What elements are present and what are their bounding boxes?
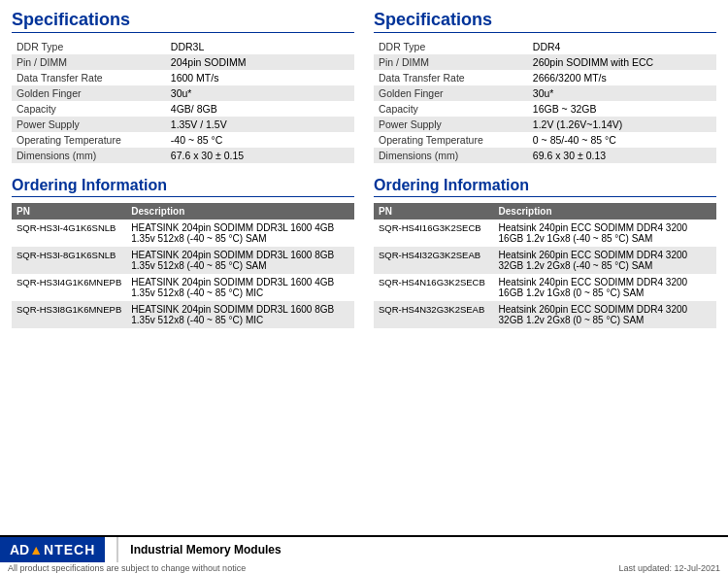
order-cell: SQR-HS4I16G3K2SECB <box>374 219 494 247</box>
order-cell: SQR-HS3I4G1K6MNEPB <box>12 274 126 301</box>
spec-cell: Power Supply <box>374 117 528 132</box>
spec-cell: 30u* <box>166 85 354 101</box>
spec-cell: Pin / DIMM <box>374 54 528 70</box>
spec-cell: 0 ~ 85/-40 ~ 85 °C <box>528 132 716 148</box>
order-header-cell: Description <box>126 203 354 219</box>
spec-cell: -40 ~ 85 °C <box>166 132 354 148</box>
left-spec-row: Power Supply1.35V / 1.5V <box>12 117 354 132</box>
left-spec-row: Golden Finger30u* <box>12 85 354 101</box>
left-order-table: PNDescription SQR-HS3I-4G1K6SNLBHEATSINK… <box>12 203 354 328</box>
left-spec-table: DDR TypeDDR3LPin / DIMM204pin SODIMMData… <box>12 39 354 163</box>
spec-cell: Capacity <box>12 101 166 117</box>
order-cell: HEATSINK 204pin SODIMM DDR3L 1600 8GB 1.… <box>126 247 354 274</box>
left-spec-row: Capacity4GB/ 8GB <box>12 101 354 117</box>
brand-vant: ▲ <box>29 542 44 557</box>
order-cell: HEATSINK 204pin SODIMM DDR3L 1600 4GB 1.… <box>126 274 354 301</box>
left-spec-title: Specifications <box>12 10 354 33</box>
order-cell: SQR-HS3I8G1K6MNEPB <box>12 301 126 328</box>
left-order-row: SQR-HS3I8G1K6MNEPBHEATSINK 204pin SODIMM… <box>12 301 354 328</box>
order-cell: HEATSINK 204pin SODIMM DDR3L 1600 8GB 1.… <box>126 301 354 328</box>
right-spec-table: DDR TypeDDR4Pin / DIMM260pin SODIMM with… <box>374 39 716 163</box>
right-spec-title: Specifications <box>374 10 716 33</box>
spec-cell: 1.2V (1.26V~1.14V) <box>528 117 716 132</box>
order-cell: SQR-HS4I32G3K2SEAB <box>374 247 494 274</box>
left-order-row: SQR-HS3I-4G1K6SNLBHEATSINK 204pin SODIMM… <box>12 219 354 247</box>
footer-note-left: All product specifications are subject t… <box>8 563 246 573</box>
spec-cell: 1.35V / 1.5V <box>166 117 354 132</box>
spec-cell: Capacity <box>374 101 528 117</box>
right-spec-row: Dimensions (mm)69.6 x 30 ± 0.13 <box>374 148 716 163</box>
right-order-row: SQR-HS4I16G3K2SECBHeatsink 240pin ECC SO… <box>374 219 716 247</box>
right-order-row: SQR-HS4N16G3K2SECBHeatsink 240pin ECC SO… <box>374 274 716 301</box>
order-cell: SQR-HS3I-8G1K6SNLB <box>12 247 126 274</box>
spec-cell: 1600 MT/s <box>166 70 354 85</box>
left-order-header-row: PNDescription <box>12 203 354 219</box>
footer: AD▲NTECH Industrial Memory Modules All p… <box>0 535 728 574</box>
order-cell: SQR-HS3I-4G1K6SNLB <box>12 219 126 247</box>
spec-cell: Operating Temperature <box>12 132 166 148</box>
left-spec-row: Dimensions (mm)67.6 x 30 ± 0.15 <box>12 148 354 163</box>
order-cell: SQR-HS4N32G3K2SEAB <box>374 301 494 328</box>
right-spec-row: DDR TypeDDR4 <box>374 39 716 54</box>
left-order-title: Ordering Information <box>12 177 354 197</box>
right-spec-row: Golden Finger30u* <box>374 85 716 101</box>
right-column: Specifications DDR TypeDDR4Pin / DIMM260… <box>374 10 716 328</box>
right-spec-row: Data Transfer Rate2666/3200 MT/s <box>374 70 716 85</box>
spec-cell: Data Transfer Rate <box>12 70 166 85</box>
footer-brand: AD▲NTECH <box>0 537 105 562</box>
spec-cell: Dimensions (mm) <box>374 148 528 163</box>
spec-cell: 2666/3200 MT/s <box>528 70 716 85</box>
spec-cell: DDR4 <box>528 39 716 54</box>
order-cell: SQR-HS4N16G3K2SECB <box>374 274 494 301</box>
right-order-header-row: PNDescription <box>374 203 716 219</box>
spec-cell: 204pin SODIMM <box>166 54 354 70</box>
order-cell: Heatsink 240pin ECC SODIMM DDR4 3200 16G… <box>494 219 716 247</box>
brand-advan: AD <box>10 542 29 557</box>
main-content: Specifications DDR TypeDDR3LPin / DIMM20… <box>0 0 728 387</box>
order-cell: Heatsink 260pin ECC SODIMM DDR4 3200 32G… <box>494 301 716 328</box>
footer-product: Industrial Memory Modules <box>130 543 728 557</box>
footer-top-bar: AD▲NTECH Industrial Memory Modules <box>0 535 728 562</box>
order-header-cell: Description <box>494 203 716 219</box>
order-header-cell: PN <box>374 203 494 219</box>
spec-cell: DDR3L <box>166 39 354 54</box>
footer-bottom-bar: All product specifications are subject t… <box>0 562 728 574</box>
spec-cell: DDR Type <box>12 39 166 54</box>
spec-cell: Operating Temperature <box>374 132 528 148</box>
right-order-title: Ordering Information <box>374 177 716 197</box>
right-spec-row: Operating Temperature0 ~ 85/-40 ~ 85 °C <box>374 132 716 148</box>
spec-cell: Golden Finger <box>12 85 166 101</box>
right-order-row: SQR-HS4N32G3K2SEABHeatsink 260pin ECC SO… <box>374 301 716 328</box>
right-spec-row: Pin / DIMM260pin SODIMM with ECC <box>374 54 716 70</box>
footer-divider <box>116 537 118 562</box>
left-order-row: SQR-HS3I4G1K6MNEPBHEATSINK 204pin SODIMM… <box>12 274 354 301</box>
order-header-cell: PN <box>12 203 126 219</box>
order-cell: HEATSINK 204pin SODIMM DDR3L 1600 4GB 1.… <box>126 219 354 247</box>
order-cell: Heatsink 260pin ECC SODIMM DDR4 3200 32G… <box>494 247 716 274</box>
brand-antech: NTECH <box>44 542 95 557</box>
spec-cell: Power Supply <box>12 117 166 132</box>
right-spec-row: Capacity16GB ~ 32GB <box>374 101 716 117</box>
spec-cell: 67.6 x 30 ± 0.15 <box>166 148 354 163</box>
left-column: Specifications DDR TypeDDR3LPin / DIMM20… <box>12 10 354 328</box>
right-order-row: SQR-HS4I32G3K2SEABHeatsink 260pin ECC SO… <box>374 247 716 274</box>
right-order-table: PNDescription SQR-HS4I16G3K2SECBHeatsink… <box>374 203 716 328</box>
left-spec-row: Data Transfer Rate1600 MT/s <box>12 70 354 85</box>
spec-cell: Pin / DIMM <box>12 54 166 70</box>
left-order-row: SQR-HS3I-8G1K6SNLBHEATSINK 204pin SODIMM… <box>12 247 354 274</box>
spec-cell: 30u* <box>528 85 716 101</box>
spec-cell: 4GB/ 8GB <box>166 101 354 117</box>
spec-cell: Data Transfer Rate <box>374 70 528 85</box>
spec-cell: DDR Type <box>374 39 528 54</box>
spec-cell: Dimensions (mm) <box>12 148 166 163</box>
spec-cell: 260pin SODIMM with ECC <box>528 54 716 70</box>
footer-note-right: Last updated: 12-Jul-2021 <box>618 563 720 573</box>
order-cell: Heatsink 240pin ECC SODIMM DDR4 3200 16G… <box>494 274 716 301</box>
spec-cell: 16GB ~ 32GB <box>528 101 716 117</box>
spec-cell: 69.6 x 30 ± 0.13 <box>528 148 716 163</box>
right-spec-row: Power Supply1.2V (1.26V~1.14V) <box>374 117 716 132</box>
spec-cell: Golden Finger <box>374 85 528 101</box>
left-spec-row: DDR TypeDDR3L <box>12 39 354 54</box>
left-spec-row: Operating Temperature-40 ~ 85 °C <box>12 132 354 148</box>
left-spec-row: Pin / DIMM204pin SODIMM <box>12 54 354 70</box>
